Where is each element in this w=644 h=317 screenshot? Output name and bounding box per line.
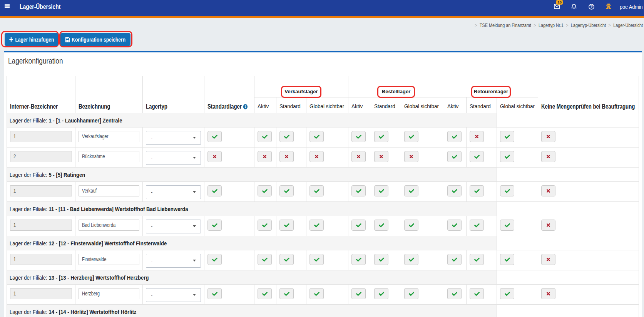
svg-text:?: ? <box>590 4 593 9</box>
